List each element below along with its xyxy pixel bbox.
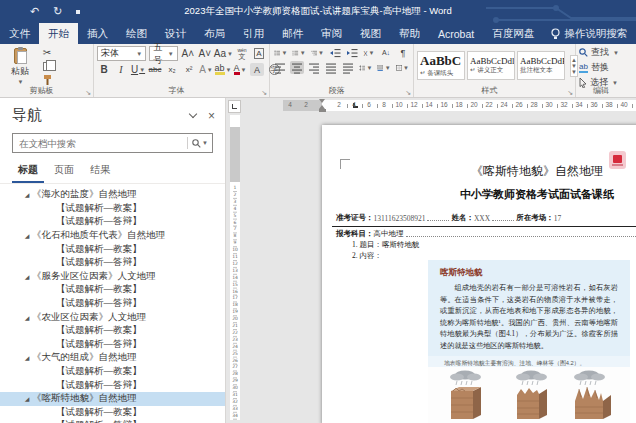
ribbon-tab-绘图[interactable]: 绘图 [117, 23, 156, 44]
nav-item[interactable]: 【试题解析—教案】 [0, 202, 225, 216]
touch-mode-icon[interactable] [76, 10, 80, 14]
italic-button[interactable]: I [114, 63, 128, 76]
align-left-icon[interactable] [273, 61, 287, 74]
collapse-triangle-icon[interactable]: ◢ [22, 354, 32, 361]
ribbon-tab-引用[interactable]: 引用 [234, 23, 273, 44]
align-right-icon[interactable] [307, 61, 321, 74]
bold-button[interactable]: B [97, 63, 111, 76]
collapse-triangle-icon[interactable]: ◢ [22, 232, 32, 239]
ribbon-tab-审阅[interactable]: 审阅 [312, 23, 351, 44]
nav-tab-标题[interactable]: 标题 [12, 161, 44, 183]
shading-icon[interactable]: ▼ [376, 61, 391, 74]
style-card-0[interactable]: AaBbC↵ 备课纸头 [417, 51, 465, 80]
phonetic-guide-button[interactable]: wén文 [235, 47, 249, 60]
indent-markers[interactable] [318, 99, 327, 112]
style-card-1[interactable]: AaBbCcDdl↵ 讲义正文 [467, 51, 515, 80]
nav-item[interactable]: 【试题解析—教案】 [0, 365, 225, 379]
show-marks-icon[interactable]: ¶ [396, 46, 410, 59]
character-shading-button[interactable]: A [250, 63, 264, 76]
nav-item[interactable]: ◢《化石和地质年代表》自然地理 [0, 229, 225, 243]
number-list-icon[interactable]: ▼ [291, 46, 306, 59]
nav-item[interactable]: 【试题解析—答辩】 [0, 419, 225, 423]
replace-button[interactable]: ab 替换 [579, 61, 633, 74]
tab-selector[interactable] [228, 100, 241, 113]
bullet-list-icon[interactable]: ▼ [273, 46, 288, 59]
dialog-launcher-icon[interactable]: ↘ [567, 89, 573, 97]
redo-icon[interactable]: ↻ [53, 6, 62, 17]
ribbon-tab-邮件[interactable]: 邮件 [273, 23, 312, 44]
paste-button[interactable]: 粘贴 ▼ [3, 48, 37, 85]
svg-text:18: 18 [232, 302, 238, 307]
font-name-combo[interactable]: 宋体▼ [97, 46, 146, 61]
font-color-button[interactable]: A▼ [233, 63, 247, 76]
nav-item[interactable]: 【试题解析—教案】 [0, 283, 225, 297]
dialog-launcher-icon[interactable]: ↘ [85, 89, 91, 97]
collapse-triangle-icon[interactable]: ◢ [22, 314, 32, 321]
vertical-ruler[interactable]: 1234567891011121314151617181920212223242… [229, 115, 241, 420]
collapse-triangle-icon[interactable]: ◢ [22, 273, 32, 280]
find-button[interactable]: 查找▼ [579, 46, 633, 59]
undo-icon[interactable]: ↶ [30, 6, 39, 17]
nav-item[interactable]: 【试题解析—教案】 [0, 242, 225, 256]
text-effects-button[interactable]: A▼ [199, 63, 213, 76]
line-spacing-icon[interactable]: ▼ [358, 61, 373, 74]
highlight-icon: ab [215, 64, 225, 75]
horizontal-ruler[interactable]: 42246810121416182022242628303234363840 [243, 98, 636, 113]
ribbon-tab-Acrobat[interactable]: Acrobat [429, 23, 483, 44]
ribbon-tab-帮助[interactable]: 帮助 [390, 23, 429, 44]
shrink-font-button[interactable]: A˅ [198, 47, 212, 60]
copy-button[interactable] [40, 60, 54, 73]
sort-icon[interactable]: A↓ [379, 46, 393, 59]
nav-item[interactable]: 【试题解析—教案】 [0, 324, 225, 338]
collapse-triangle-icon[interactable]: ◢ [22, 191, 32, 198]
multilevel-list-icon[interactable]: ▼ [310, 46, 325, 59]
ribbon-tab-视图[interactable]: 视图 [351, 23, 390, 44]
asian-layout-icon[interactable]: ꭓ▼ [362, 46, 376, 59]
grow-font-button[interactable]: A˄ [181, 47, 195, 60]
nav-item[interactable]: ◢《农业区位因素》人文地理 [0, 310, 225, 324]
font-size-combo[interactable]: 五号▼ [149, 46, 178, 61]
nav-item[interactable]: 【试题解析—答辩】 [0, 256, 225, 270]
ribbon-tab-百度网盘[interactable]: 百度网盘 [483, 23, 543, 44]
increase-indent-icon[interactable] [345, 46, 359, 59]
borders-icon[interactable]: ▼ [395, 61, 410, 74]
nav-pane-options-chevron-icon[interactable] [189, 110, 197, 118]
align-center-icon[interactable] [290, 61, 304, 74]
highlight-color-button[interactable]: ab▼ [216, 63, 230, 76]
nav-item[interactable]: 【试题解析—答辩】 [0, 215, 225, 229]
nav-item[interactable]: ◢《海水的盐度》自然地理 [0, 188, 225, 202]
nav-item[interactable]: ◢《喀斯特地貌》自然地理 [0, 392, 225, 406]
nav-tab-页面[interactable]: 页面 [48, 161, 80, 183]
underline-button[interactable]: U▼ [131, 63, 145, 76]
nav-item[interactable]: 【试题解析—答辩】 [0, 338, 225, 352]
search-input[interactable] [13, 138, 187, 149]
subscript-button[interactable]: x₂ [165, 63, 179, 76]
ribbon-tab-布局[interactable]: 布局 [195, 23, 234, 44]
nav-item[interactable]: 【试题解析—答辩】 [0, 297, 225, 311]
dialog-launcher-icon[interactable]: ↘ [405, 89, 411, 97]
nav-pane-close-icon[interactable]: × [208, 109, 215, 123]
ribbon-tab-开始[interactable]: 开始 [39, 23, 78, 44]
nav-item[interactable]: 【试题解析—教案】 [0, 406, 225, 420]
collapse-triangle-icon[interactable]: ◢ [22, 395, 32, 402]
search-button[interactable]: ▼ [188, 139, 212, 148]
distribute-icon[interactable] [341, 61, 355, 74]
dialog-launcher-icon[interactable]: ↘ [261, 89, 267, 97]
change-case-button[interactable]: Aa▼ [215, 47, 232, 60]
nav-item[interactable]: ◢《大气的组成》自然地理 [0, 351, 225, 365]
nav-tab-结果[interactable]: 结果 [84, 161, 116, 183]
style-card-2[interactable]: AaBbCcDdEe批注框文本 [517, 51, 565, 80]
nav-item[interactable]: 【试题解析—答辩】 [0, 378, 225, 392]
superscript-button[interactable]: x² [182, 63, 196, 76]
document-page[interactable]: 《喀斯特地貌》自然地理 中小学教师资格考试面试备课纸 准考证号：13111623… [322, 125, 636, 423]
tell-me-box[interactable]: 操作说明搜索 [543, 23, 635, 44]
ribbon-tab-插入[interactable]: 插入 [78, 23, 117, 44]
strikethrough-button[interactable]: abc [148, 63, 162, 76]
decrease-indent-icon[interactable] [328, 46, 342, 59]
justify-icon[interactable] [324, 61, 338, 74]
ribbon-tab-文件[interactable]: 文件 [0, 23, 39, 44]
floating-plugin-icon[interactable] [609, 151, 626, 169]
nav-item[interactable]: ◢《服务业区位因素》人文地理 [0, 270, 225, 284]
cut-button[interactable]: ✂ [40, 46, 54, 59]
character-border-button[interactable]: A [252, 47, 266, 60]
